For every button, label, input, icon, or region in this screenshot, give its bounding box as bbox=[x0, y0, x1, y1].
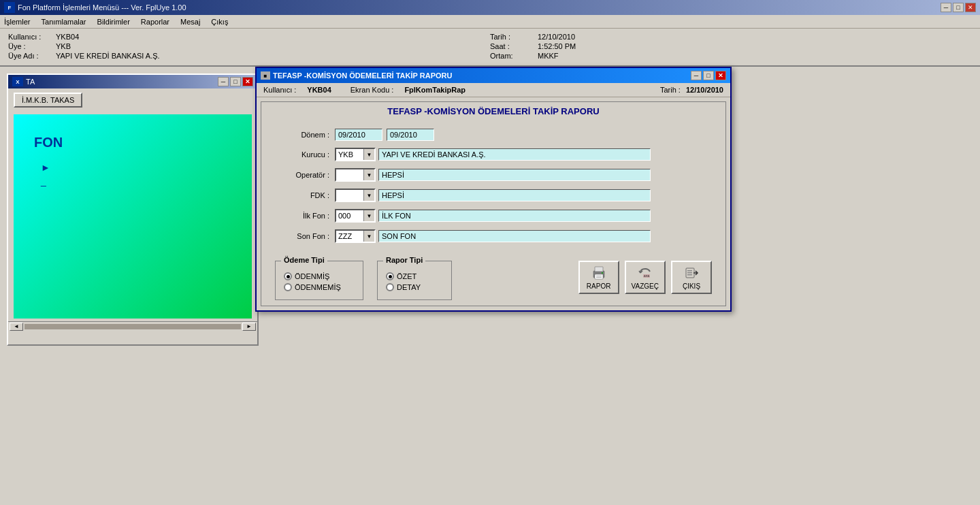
operator-row: Operatör : ▼ bbox=[275, 168, 712, 182]
ilk-fon-text-input[interactable] bbox=[378, 210, 651, 222]
kurucu-text-input[interactable] bbox=[378, 148, 651, 161]
vazgec-button[interactable]: ARA VAZGEÇ bbox=[625, 261, 666, 294]
odenmemis-radio[interactable] bbox=[284, 283, 292, 291]
svg-rect-4 bbox=[596, 277, 602, 278]
fon-logo-icon: X bbox=[12, 77, 23, 86]
ozet-radio-row[interactable]: ÖZET bbox=[386, 272, 443, 280]
donem-input-2[interactable] bbox=[387, 129, 434, 141]
fon-background-window: X TA ─ □ ✕ İ.M.K.B. TAKAS FON ► _ ◄ ► bbox=[7, 74, 259, 346]
fon-green-display: FON ► _ bbox=[14, 114, 252, 319]
uye-adi-value: YAPI VE KREDİ BANKASI A.Ş. bbox=[56, 52, 160, 60]
fon-cursor: ► bbox=[41, 162, 50, 173]
ozet-radio[interactable] bbox=[386, 272, 394, 280]
odenmis-radio-row[interactable]: ÖDENMİŞ bbox=[284, 272, 355, 280]
fdk-combo-arrow[interactable]: ▼ bbox=[363, 190, 374, 201]
ilk-fon-combo[interactable]: 000 ▼ bbox=[335, 209, 376, 223]
detay-radio[interactable] bbox=[386, 283, 394, 291]
ortam-value: MKKF bbox=[538, 52, 559, 60]
modal-ekran-label: Ekran Kodu : bbox=[350, 86, 394, 94]
fdk-combo[interactable]: ▼ bbox=[335, 189, 376, 202]
rapor-icon bbox=[591, 265, 607, 281]
son-fon-text-input[interactable] bbox=[378, 230, 651, 242]
svg-rect-2 bbox=[595, 274, 603, 279]
fdk-row: FDK : ▼ bbox=[275, 189, 712, 202]
modal-title-text: TEFASP -KOMİSYON ÖDEMELERİ TAKİP RAPORU bbox=[273, 71, 452, 80]
kurucu-combo-arrow[interactable]: ▼ bbox=[363, 149, 374, 160]
svg-rect-9 bbox=[687, 270, 692, 272]
modal-info-bar: Kullanıcı : YKB04 Ekran Kodu : FplKomTak… bbox=[257, 83, 730, 97]
kullanici-label: Kullanıcı : bbox=[8, 33, 56, 41]
svg-rect-3 bbox=[596, 276, 602, 276]
donem-input-1[interactable] bbox=[335, 129, 382, 141]
kurucu-label: Kurucu : bbox=[275, 150, 329, 159]
odenmis-label: ÖDENMİŞ bbox=[295, 272, 329, 280]
operator-combo[interactable]: ▼ bbox=[335, 168, 376, 182]
fon-maximize-btn[interactable]: □ bbox=[230, 77, 241, 86]
donem-row: Dönem : bbox=[275, 129, 712, 141]
menu-tanimlamalar[interactable]: Tanımlamalar bbox=[40, 18, 88, 26]
menu-cikis[interactable]: Çıkış bbox=[210, 18, 229, 26]
menu-raporlar[interactable]: Raporlar bbox=[140, 18, 171, 26]
rapor-tipi-group: Rapor Tipi ÖZET DETAY bbox=[377, 261, 452, 300]
modal-ekran-value: FplKomTakipRap bbox=[404, 86, 466, 94]
odenmis-radio[interactable] bbox=[284, 272, 292, 280]
ozet-label: ÖZET bbox=[397, 272, 416, 280]
menu-mesaj[interactable]: Mesaj bbox=[179, 18, 201, 26]
fon-top-bar: İ.M.K.B. TAKAS bbox=[8, 88, 257, 112]
ortam-label: Ortam: bbox=[490, 52, 538, 60]
detay-label: DETAY bbox=[397, 283, 421, 291]
rapor-button-label: RAPOR bbox=[587, 282, 611, 290]
rapor-button[interactable]: RAPOR bbox=[578, 261, 619, 294]
fon-minimize-btn[interactable]: ─ bbox=[218, 77, 229, 86]
uye-value: YKB bbox=[56, 42, 71, 50]
operator-label: Operatör : bbox=[275, 171, 329, 179]
maximize-button[interactable]: □ bbox=[953, 3, 964, 12]
minimize-button[interactable]: ─ bbox=[941, 3, 951, 12]
odenmemis-radio-row[interactable]: ÖDENMEMİŞ bbox=[284, 283, 355, 291]
main-title-bar: F Fon Platform İşlemleri Menüsü --- Ver.… bbox=[0, 0, 980, 15]
fon-underscore: _ bbox=[41, 176, 46, 186]
son-fon-combo[interactable]: ZZZ ▼ bbox=[335, 229, 376, 243]
modal-kullanici-value: YKB04 bbox=[307, 86, 331, 94]
fon-window-title: X TA ─ □ ✕ bbox=[8, 75, 257, 88]
son-fon-combo-arrow[interactable]: ▼ bbox=[363, 231, 374, 242]
svg-point-5 bbox=[602, 272, 603, 274]
odenmemis-label: ÖDENMEMİŞ bbox=[295, 283, 341, 291]
son-fon-combo-value: ZZZ bbox=[336, 232, 363, 240]
kurucu-row: Kurucu : YKB ▼ bbox=[275, 148, 712, 161]
fdk-label: FDK : bbox=[275, 191, 329, 199]
operator-text-input[interactable] bbox=[378, 169, 651, 181]
fdk-text-input[interactable] bbox=[378, 189, 651, 201]
modal-close-btn[interactable]: ✕ bbox=[715, 71, 726, 80]
menu-islemler[interactable]: İşlemler bbox=[3, 18, 32, 26]
operator-combo-arrow[interactable]: ▼ bbox=[363, 169, 374, 180]
imkb-takas-button[interactable]: İ.M.K.B. TAKAS bbox=[14, 93, 82, 108]
close-button[interactable]: ✕ bbox=[965, 3, 976, 12]
detay-radio-row[interactable]: DETAY bbox=[386, 283, 443, 291]
donem-label: Dönem : bbox=[275, 131, 329, 139]
modal-report-title: TEFASP -KOMİSYON ÖDEMELERİ TAKİP RAPORU bbox=[261, 106, 725, 116]
scroll-left-btn[interactable]: ◄ bbox=[10, 323, 23, 331]
rapor-tipi-title: Rapor Tipi bbox=[383, 256, 425, 264]
saat-label: Saat : bbox=[490, 42, 538, 50]
cikis-button-label: ÇIKIŞ bbox=[683, 282, 700, 290]
scroll-right-btn[interactable]: ► bbox=[242, 323, 256, 331]
modal-maximize-btn[interactable]: □ bbox=[703, 71, 714, 80]
ilk-fon-combo-arrow[interactable]: ▼ bbox=[363, 210, 374, 221]
svg-rect-10 bbox=[687, 272, 692, 274]
cikis-button[interactable]: ÇIKIŞ bbox=[671, 261, 712, 294]
modal-tarih-value: 12/10/2010 bbox=[686, 86, 723, 94]
kurucu-combo[interactable]: YKB ▼ bbox=[335, 148, 376, 161]
fon-scroll-bar[interactable]: ◄ ► bbox=[8, 321, 257, 331]
fon-close-btn[interactable]: ✕ bbox=[242, 77, 253, 86]
app-title: Fon Platform İşlemleri Menüsü --- Ver. F… bbox=[18, 3, 186, 12]
menu-bar: İşlemler Tanımlamalar Bildirimler Raporl… bbox=[0, 15, 980, 29]
son-fon-label: Son Fon : bbox=[275, 232, 329, 240]
son-fon-row: Son Fon : ZZZ ▼ bbox=[275, 229, 712, 243]
modal-tarih-label: Tarih : bbox=[660, 86, 681, 94]
menu-bildirimler[interactable]: Bildirimler bbox=[96, 18, 131, 26]
modal-minimize-btn[interactable]: ─ bbox=[691, 71, 702, 80]
svg-rect-11 bbox=[687, 274, 692, 276]
modal-controls: ─ □ ✕ bbox=[691, 71, 726, 80]
modal-title-bar: ■ TEFASP -KOMİSYON ÖDEMELERİ TAKİP RAPOR… bbox=[257, 68, 730, 83]
